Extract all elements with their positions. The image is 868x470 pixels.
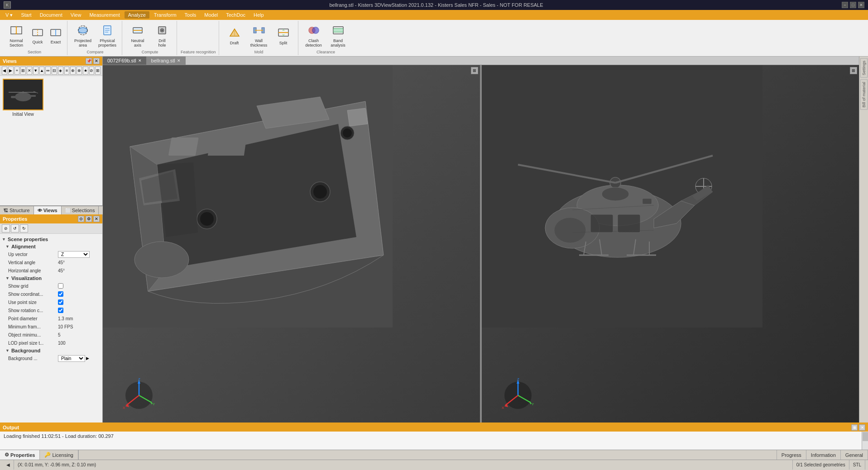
menu-measurement[interactable]: Measurement — [86, 11, 123, 19]
use-point-size-checkbox[interactable] — [58, 299, 63, 305]
licensing-bottom-tab[interactable]: 🔑 Licensing — [40, 450, 78, 460]
views-add2[interactable]: ⊕ — [70, 66, 76, 75]
props-config-button[interactable]: ⚙ — [86, 216, 92, 222]
views-list[interactable]: ≡ — [64, 66, 70, 75]
output-expand-btn[interactable]: ⊞ — [851, 424, 858, 431]
initial-view-item[interactable]: Initial View — [3, 79, 43, 117]
tab-structure[interactable]: 🏗 Structure — [0, 206, 34, 214]
alignment-header[interactable]: ▼ Alignment — [2, 243, 101, 250]
licensing-tab-label: Licensing — [52, 452, 73, 458]
clash-detection-icon — [307, 23, 321, 38]
background-expand-icon[interactable]: ▶ — [86, 356, 89, 361]
menu-analyze[interactable]: Analyze — [125, 11, 149, 19]
draft-button[interactable]: Draft — [223, 23, 246, 48]
right-viewport[interactable]: Z Y X ⊞ — [482, 65, 859, 423]
show-coordinates-checkbox[interactable] — [58, 291, 63, 297]
show-grid-checkbox[interactable] — [58, 283, 63, 289]
exact-label: Exact — [51, 40, 61, 44]
menu-tools[interactable]: Tools — [181, 11, 200, 19]
views-grid2[interactable]: ⊞ — [95, 66, 101, 75]
views-pin-button[interactable]: 📌 — [86, 58, 92, 64]
props-tool-1[interactable]: ⊘ — [2, 224, 10, 233]
band-analysis-button[interactable]: Bandanalysis — [326, 22, 350, 49]
status-coordinates: (X: 0.01 mm, Y: -0.96 mm, Z: 0.10 mm) — [14, 460, 793, 470]
initial-view-thumbnail[interactable] — [3, 79, 43, 110]
right-viewport-maximize[interactable]: ⊞ — [850, 67, 857, 74]
properties-bottom-tab[interactable]: ⚙ Properties — [0, 450, 40, 460]
tab-views[interactable]: 👁 Views — [34, 206, 62, 214]
menu-transform[interactable]: Transform — [150, 11, 180, 19]
props-close-button[interactable]: ✕ — [93, 216, 100, 222]
progress-tab[interactable]: Progress — [777, 450, 806, 460]
left-viewport[interactable]: Z Y X ⊞ — [103, 65, 480, 423]
drill-hole-button[interactable]: Drillhole — [150, 22, 174, 49]
views-remove2[interactable]: ⊗ — [77, 66, 82, 75]
split-button[interactable]: Split — [272, 23, 295, 48]
views-star[interactable]: ★ — [83, 66, 88, 75]
maximize-button[interactable]: □ — [850, 2, 856, 8]
views-nav-prev[interactable]: ◀ — [2, 66, 7, 75]
views-remove[interactable]: ✕ — [27, 66, 32, 75]
views-up[interactable]: ▲ — [39, 66, 45, 75]
projected-area-button[interactable]: Projectedarea — [71, 22, 95, 49]
information-tab[interactable]: Information — [806, 450, 841, 460]
menu-document[interactable]: Document — [36, 11, 66, 19]
point-diameter-row: Point diameter 1.3 mm — [2, 314, 101, 323]
viewport-tab-right[interactable]: bellrang.stl ✕ — [147, 57, 186, 65]
visualization-header[interactable]: ▼ Visualization — [2, 275, 101, 282]
close-button[interactable]: ✕ — [858, 2, 864, 8]
toolbar-group-mold: Draft Wallthickness — [220, 21, 298, 55]
props-tool-2[interactable]: ↺ — [11, 224, 19, 233]
bill-of-material-sidebar-btn[interactable]: Bill of material — [860, 80, 868, 110]
split-label: Split — [279, 41, 288, 45]
background-type-dropdown[interactable]: PlainGradient — [58, 355, 85, 362]
output-scroll-thumb[interactable] — [863, 432, 868, 441]
exact-button[interactable]: Exact — [47, 23, 64, 48]
views-add[interactable]: + — [14, 66, 20, 75]
up-vector-dropdown[interactable]: ZXY — [58, 251, 90, 258]
clash-detection-button[interactable]: Clashdetection — [302, 22, 326, 49]
views-content: Initial View — [0, 76, 102, 205]
views-collapse[interactable]: ⊟ — [52, 66, 57, 75]
normal-section-button[interactable]: NormalSection — [5, 22, 28, 49]
left-viewport-maximize[interactable]: ⊞ — [471, 67, 478, 74]
right-viewport-close[interactable]: ✕ — [177, 58, 181, 63]
projected-area-label: Projectedarea — [74, 38, 91, 47]
neutral-axis-button[interactable]: Neutralaxis — [126, 22, 149, 49]
props-pin-button[interactable]: ⊙ — [78, 216, 84, 222]
show-rotation-checkbox[interactable] — [58, 308, 63, 313]
vertical-angle-label: Vertical angle — [8, 260, 58, 265]
svg-point-53 — [313, 185, 327, 199]
output-close-btn[interactable]: ✕ — [859, 424, 865, 431]
background-header[interactable]: ▼ Background — [2, 347, 101, 354]
output-scrollbar[interactable] — [862, 432, 868, 450]
quick-button[interactable]: Quick — [29, 23, 46, 48]
projected-area-icon — [76, 23, 90, 38]
status-scroll-left[interactable]: ◀ — [3, 460, 14, 470]
settings-sidebar-btn[interactable]: Settings — [860, 58, 868, 78]
views-close-button[interactable]: ✕ — [93, 58, 100, 64]
menu-start[interactable]: Start — [17, 11, 35, 19]
views-circle[interactable]: ⊘ — [89, 66, 95, 75]
wall-thickness-button[interactable]: Wallthickness — [247, 22, 271, 49]
views-nav-next[interactable]: ▶ — [8, 66, 14, 75]
views-down[interactable]: ▼ — [33, 66, 38, 75]
menu-techdoc[interactable]: TechDoc — [222, 11, 249, 19]
minimize-button[interactable]: − — [842, 2, 848, 8]
physical-properties-button[interactable]: Physicalproperties — [96, 22, 119, 49]
props-tool-3[interactable]: ↻ — [20, 224, 28, 233]
views-grid[interactable]: ⊞ — [20, 66, 26, 75]
menu-v[interactable]: V ▾ — [2, 11, 16, 19]
tab-selections[interactable]: ⬜ Selections — [62, 206, 99, 214]
progress-tab-label: Progress — [782, 452, 801, 458]
viewport-tab-left[interactable]: 0072F69b.stl ✕ — [103, 57, 147, 65]
menu-help[interactable]: Help — [250, 11, 268, 19]
scene-properties-header[interactable]: ▼ Scene properties — [2, 236, 101, 243]
left-3d-scene: Z Y X — [103, 65, 480, 423]
menu-model[interactable]: Model — [201, 11, 221, 19]
views-expand[interactable]: ⇔ — [45, 66, 51, 75]
views-target[interactable]: ◈ — [58, 66, 63, 75]
left-viewport-close[interactable]: ✕ — [138, 58, 142, 63]
general-tab[interactable]: General — [841, 450, 868, 460]
menu-view[interactable]: View — [67, 11, 85, 19]
